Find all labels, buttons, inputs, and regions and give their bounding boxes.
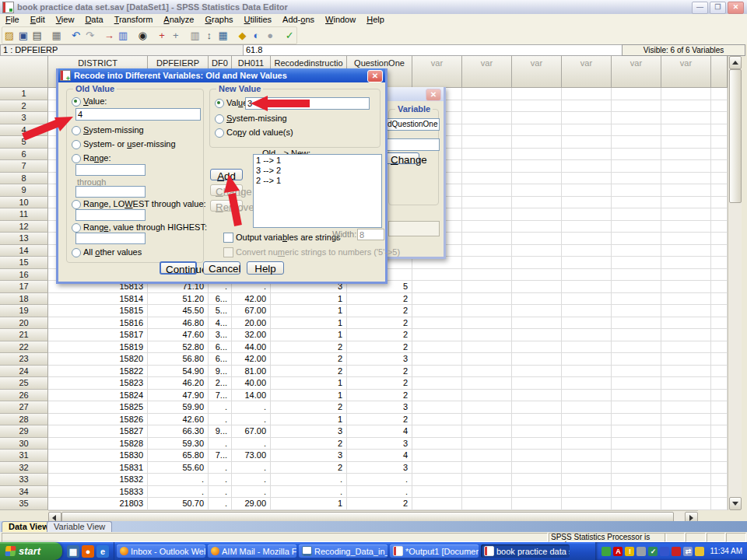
data-cell[interactable]: 15830 [48, 450, 148, 462]
data-cell[interactable] [612, 414, 661, 426]
data-cell[interactable] [612, 329, 661, 341]
all-other-values-radio[interactable] [72, 248, 81, 257]
scroll-down-button[interactable] [729, 497, 742, 510]
data-cell[interactable]: 15828 [48, 438, 148, 450]
data-cell[interactable] [661, 353, 711, 366]
data-cell[interactable] [612, 474, 661, 486]
data-cell[interactable]: 1 [271, 293, 347, 306]
mapping-list-item[interactable]: 2 --> 1 [254, 176, 381, 186]
data-cell[interactable] [661, 401, 711, 414]
data-cell[interactable] [462, 390, 512, 402]
data-cell[interactable]: 2... [209, 377, 232, 390]
data-cell[interactable] [661, 438, 711, 450]
insert-case-icon[interactable]: + [155, 28, 169, 43]
data-cell[interactable] [462, 208, 512, 221]
select-cases-icon[interactable]: ▦ [216, 28, 230, 43]
spell-check-icon[interactable]: ✓ [282, 28, 296, 43]
data-cell[interactable] [512, 269, 562, 282]
data-cell[interactable] [612, 208, 661, 221]
data-cell[interactable] [512, 233, 562, 245]
data-cell[interactable] [711, 233, 728, 245]
data-cell[interactable] [661, 112, 711, 124]
data-cell[interactable]: 14.00 [232, 390, 271, 402]
data-cell[interactable]: 5... [209, 305, 232, 317]
data-cell[interactable] [711, 88, 728, 100]
data-cell[interactable] [462, 173, 512, 185]
data-cell[interactable] [612, 341, 661, 354]
data-cell[interactable] [512, 401, 562, 414]
data-cell[interactable] [562, 149, 612, 161]
data-cell[interactable] [612, 245, 661, 257]
row-header-4[interactable]: 4 [0, 124, 48, 137]
data-cell[interactable] [661, 305, 711, 317]
row-header-21[interactable]: 21 [0, 329, 48, 341]
data-cell[interactable] [562, 486, 612, 499]
data-cell[interactable] [562, 305, 612, 317]
tab-variable-view[interactable]: Variable View [47, 521, 112, 533]
data-cell[interactable] [462, 498, 512, 510]
data-cell[interactable] [661, 293, 711, 306]
data-cell[interactable]: 46.80 [148, 317, 209, 330]
data-cell[interactable]: 67.00 [232, 305, 271, 317]
data-cell[interactable] [711, 401, 728, 414]
data-cell[interactable] [512, 136, 562, 149]
data-cell[interactable] [412, 414, 462, 426]
data-cell[interactable] [711, 293, 728, 306]
row-header-17[interactable]: 17 [0, 281, 48, 293]
row-header-34[interactable]: 34 [0, 486, 48, 499]
data-cell[interactable] [512, 221, 562, 233]
data-cell[interactable] [462, 112, 512, 124]
data-cell[interactable]: 3 [271, 450, 347, 462]
row-header-31[interactable]: 31 [0, 450, 48, 462]
data-cell[interactable] [661, 88, 711, 100]
network-tray-icon[interactable] [601, 547, 611, 556]
data-cell[interactable] [661, 100, 711, 113]
data-cell[interactable]: 2 [347, 390, 412, 402]
data-cell[interactable]: . [148, 486, 209, 499]
add-button[interactable]: Add [210, 169, 243, 180]
data-cell[interactable] [462, 462, 512, 474]
range-lowest-radio[interactable] [72, 200, 81, 209]
data-cell[interactable] [412, 377, 462, 390]
data-cell[interactable] [711, 197, 728, 209]
data-cell[interactable] [612, 293, 661, 306]
data-cell[interactable] [711, 281, 728, 293]
range-to-field[interactable] [75, 186, 146, 198]
data-cell[interactable] [512, 486, 562, 499]
data-cell[interactable]: 2 [347, 366, 412, 378]
vertical-scrollbar[interactable] [728, 56, 742, 510]
data-cell[interactable] [711, 377, 728, 390]
scroll-up-button[interactable] [729, 56, 742, 69]
data-cell[interactable]: 51.20 [148, 293, 209, 306]
data-cell[interactable] [512, 293, 562, 306]
data-cell[interactable]: 20.00 [232, 317, 271, 330]
data-cell[interactable] [711, 124, 728, 137]
row-header-7[interactable]: 7 [0, 160, 48, 173]
data-cell[interactable] [512, 305, 562, 317]
data-cell[interactable] [661, 173, 711, 185]
data-cell[interactable]: 54.90 [148, 366, 209, 378]
taskbar-button[interactable]: book practice data se... [481, 544, 570, 558]
new-sysmis-radio[interactable] [215, 114, 224, 124]
copy-old-values-radio[interactable] [215, 128, 224, 138]
data-cell[interactable] [412, 486, 462, 499]
row-header-5[interactable]: 5 [0, 136, 48, 149]
undo-icon[interactable]: ↶ [69, 28, 83, 43]
data-cell[interactable] [612, 197, 661, 209]
data-cell[interactable] [661, 486, 711, 499]
data-cell[interactable] [462, 124, 512, 137]
range-from-field[interactable] [75, 164, 146, 176]
data-cell[interactable]: . [209, 462, 232, 474]
data-cell[interactable]: 4 [347, 425, 412, 438]
data-cell[interactable] [612, 425, 661, 438]
variables-icon[interactable]: ▥ [116, 28, 130, 43]
data-cell[interactable]: . [232, 474, 271, 486]
range-highest-field[interactable] [75, 233, 146, 244]
data-cell[interactable] [462, 317, 512, 330]
output-variable-name-field[interactable]: dQuestionOne [385, 118, 440, 131]
row-header-15[interactable]: 15 [0, 257, 48, 269]
row-header-23[interactable]: 23 [0, 353, 48, 366]
data-cell[interactable] [562, 414, 612, 426]
taskbar-button[interactable]: Inbox - Outlook Web ... [117, 544, 205, 558]
data-cell[interactable] [661, 257, 711, 269]
